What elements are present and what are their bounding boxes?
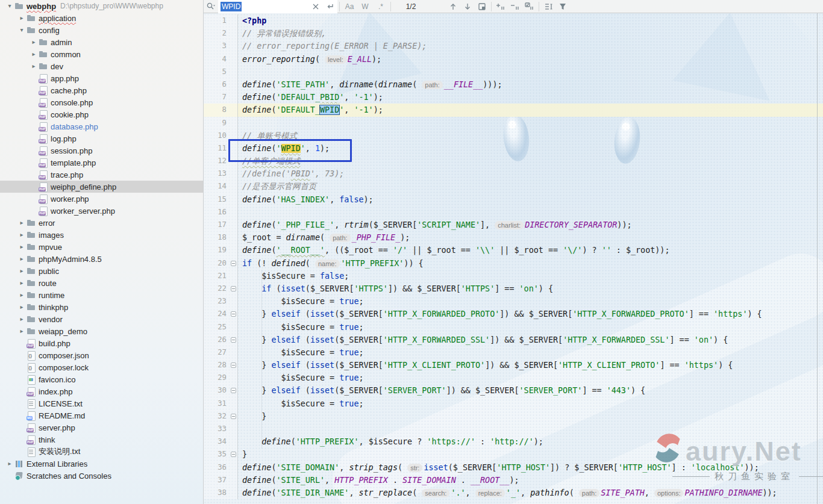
tree-item-favicon.ico[interactable]: favicon.ico	[0, 373, 204, 385]
code-line-38[interactable]: 38define('SITE_DIR_NAME', str_replace( s…	[204, 487, 823, 499]
fold-marker-icon[interactable]	[231, 311, 236, 317]
scrollbar-track[interactable]	[817, 13, 818, 504]
tree-item-weiapp_demo[interactable]: ▸weiapp_demo	[0, 325, 204, 337]
fold-marker-icon[interactable]	[231, 452, 236, 457]
code-line-21[interactable]: 21 $isSecure = false;	[204, 270, 823, 282]
chevron-closed-icon[interactable]: ▸	[17, 301, 27, 313]
code-line-9[interactable]: 9	[204, 117, 823, 129]
filter-search-icon[interactable]	[555, 0, 570, 13]
tree-item-runtime[interactable]: ▸runtime	[0, 289, 204, 301]
filter-lines-icon[interactable]	[541, 0, 555, 13]
tree-item-weiphp_define.php[interactable]: PHPweiphp_define.php	[0, 181, 204, 193]
code-line-31[interactable]: 31 $isSecure = true;	[204, 397, 823, 410]
next-occurrence-icon[interactable]	[460, 0, 475, 13]
chevron-closed-icon[interactable]: ▸	[17, 253, 27, 265]
tree-item-composer.lock[interactable]: composer.lock	[0, 361, 204, 373]
code-line-33[interactable]: 33	[204, 423, 823, 435]
code-line-34[interactable]: 34 define('HTTP_PREFIX', $isSecure ? 'ht…	[204, 435, 823, 448]
chevron-closed-icon[interactable]: ▸	[29, 60, 39, 72]
code-line-36[interactable]: 36define('SITE_DOMAIN', strip_tags( str:…	[204, 461, 823, 474]
tree-item-dev[interactable]: ▸dev	[0, 60, 204, 72]
code-line-2[interactable]: 2// 异常错误报错级别,	[204, 27, 823, 40]
tree-item-public[interactable]: ▸public	[0, 265, 204, 277]
code-line-29[interactable]: 29 $isSecure = true;	[204, 372, 823, 384]
tree-item-_.txt[interactable]: 安装说明.txt	[0, 446, 204, 458]
code-line-4[interactable]: 4error_reporting( level:E_ALL);	[204, 53, 823, 66]
match-case-button[interactable]: Aa	[342, 2, 357, 11]
code-line-28[interactable]: 28 } elseif (isset($_SERVER['HTTP_X_CLIE…	[204, 359, 823, 372]
code-line-25[interactable]: 25 $isSecure = true;	[204, 321, 823, 334]
code-line-26[interactable]: 26 } elseif (isset($_SERVER['HTTP_X_FORW…	[204, 334, 823, 346]
chevron-closed-icon[interactable]: ▸	[17, 241, 27, 253]
tree-item-webphp[interactable]: ▾webphpD:\phpstudy_pro\WWW\webphp	[0, 0, 204, 12]
chevron-closed-icon[interactable]: ▸	[17, 229, 27, 241]
tree-item-LICENSE.txt[interactable]: LICENSE.txt	[0, 397, 204, 409]
words-button[interactable]: W	[357, 2, 373, 11]
tree-item-database.php[interactable]: PHPdatabase.php	[0, 120, 204, 132]
code-line-12[interactable]: 12//单客户端模式	[204, 155, 823, 167]
code-line-8[interactable]: 8define('DEFAULT_WPID', '-1');	[204, 104, 823, 116]
code-line-11[interactable]: 11define('WPID', 1);	[204, 142, 823, 155]
chevron-closed-icon[interactable]: ▸	[17, 12, 27, 24]
tree-item-index.php[interactable]: PHPindex.php	[0, 385, 204, 397]
tree-item-session.php[interactable]: PHPsession.php	[0, 145, 204, 157]
chevron-closed-icon[interactable]: ▸	[29, 36, 39, 48]
code-line-5[interactable]: 5	[204, 66, 823, 78]
tree-item-error[interactable]: ▸error	[0, 217, 204, 229]
tree-item-worker.php[interactable]: PHPworker.php	[0, 193, 204, 205]
tree-item-think[interactable]: PHPthink	[0, 434, 204, 446]
tree-item-README.md[interactable]: MDREADME.md	[0, 409, 204, 422]
fold-marker-icon[interactable]	[231, 362, 236, 368]
code-line-32[interactable]: 32 }	[204, 410, 823, 423]
search-icon[interactable]	[204, 0, 218, 13]
code-line-23[interactable]: 23 $isSecure = true;	[204, 295, 823, 308]
tree-item-images[interactable]: ▸images	[0, 229, 204, 241]
tree-item-Scratches_and_Consoles[interactable]: Scratches and Consoles	[0, 470, 204, 482]
chevron-closed-icon[interactable]: ▸	[17, 277, 27, 289]
code-line-24[interactable]: 24 } elseif (isset($_SERVER['HTTP_X_FORW…	[204, 308, 823, 320]
chevron-closed-icon[interactable]: ▸	[17, 217, 27, 229]
find-all-icon[interactable]	[475, 0, 489, 13]
code-line-6[interactable]: 6define('SITE_PATH', dirname(dirname( pa…	[204, 78, 823, 91]
fold-marker-icon[interactable]	[231, 414, 236, 419]
tree-item-console.php[interactable]: PHPconsole.php	[0, 96, 204, 108]
tree-item-cookie.php[interactable]: PHPcookie.php	[0, 108, 204, 120]
new-line-icon[interactable]	[323, 0, 337, 13]
tree-item-mpvue[interactable]: ▸mpvue	[0, 241, 204, 253]
search-input[interactable]: WPID	[218, 0, 337, 13]
code-line-37[interactable]: 37define('SITE_URL', HTTP_PREFIX . SITE_…	[204, 474, 823, 487]
tree-item-trace.php[interactable]: PHPtrace.php	[0, 169, 204, 181]
code-editor[interactable]: 1<?php2// 异常错误报错级别,3// error_reporting(E…	[204, 13, 823, 504]
tree-item-worker_server.php[interactable]: PHPworker_server.php	[0, 205, 204, 217]
clear-search-icon[interactable]	[308, 0, 323, 13]
code-line-20[interactable]: 20if (! defined( name:'HTTP_PREFIX')) {	[204, 257, 823, 270]
code-line-15[interactable]: 15define('HAS_INDEX', false);	[204, 193, 823, 206]
code-line-18[interactable]: 18$_root = dirname( path:_PHP_FILE_);	[204, 231, 823, 244]
code-line-27[interactable]: 27 $isSecure = true;	[204, 346, 823, 359]
tree-item-template.php[interactable]: PHPtemplate.php	[0, 157, 204, 169]
tree-item-app.php[interactable]: PHPapp.php	[0, 72, 204, 84]
tree-item-server.php[interactable]: PHPserver.php	[0, 422, 204, 434]
tree-item-route[interactable]: ▸route	[0, 277, 204, 289]
tree-item-common[interactable]: ▸common	[0, 48, 204, 60]
regex-button[interactable]: .*	[373, 2, 389, 11]
chevron-closed-icon[interactable]: ▸	[17, 313, 27, 325]
code-line-14[interactable]: 14//是否显示官网首页	[204, 180, 823, 193]
select-all-occurrences-icon[interactable]	[522, 0, 537, 13]
tree-item-vendor[interactable]: ▸vendor	[0, 313, 204, 325]
tree-item-composer.json[interactable]: composer.json	[0, 349, 204, 361]
code-line-22[interactable]: 22 if (isset($_SERVER['HTTPS']) && $_SER…	[204, 282, 823, 295]
tree-item-log.php[interactable]: PHPlog.php	[0, 132, 204, 145]
fold-marker-icon[interactable]	[231, 261, 236, 266]
fold-marker-icon[interactable]	[231, 337, 236, 343]
code-line-13[interactable]: 13//define('PBID', 73);	[204, 167, 823, 180]
code-line-19[interactable]: 19define('__ROOT__', (($_root == '/' || …	[204, 244, 823, 257]
code-line-30[interactable]: 30 } elseif (isset($_SERVER['SERVER_PORT…	[204, 384, 823, 397]
code-line-7[interactable]: 7define('DEFAULT_PBID', '-1');	[204, 91, 823, 104]
code-line-16[interactable]: 16	[204, 206, 823, 219]
remove-occurrence-icon[interactable]	[508, 0, 522, 13]
code-line-35[interactable]: 35}	[204, 448, 823, 461]
chevron-closed-icon[interactable]: ▸	[17, 325, 27, 337]
chevron-closed-icon[interactable]: ▸	[17, 289, 27, 301]
tree-item-build.php[interactable]: PHPbuild.php	[0, 337, 204, 349]
